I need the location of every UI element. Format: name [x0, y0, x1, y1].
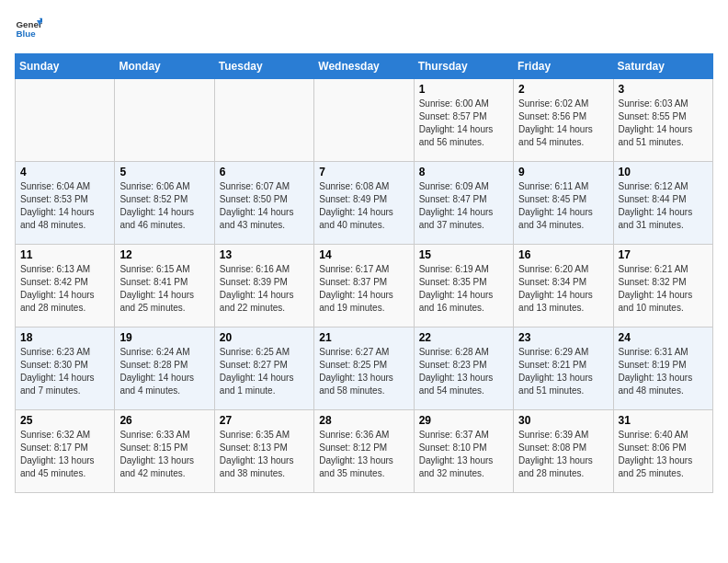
calendar-cell: 13Sunrise: 6:16 AM Sunset: 8:39 PM Dayli…: [214, 245, 313, 327]
day-number: 10: [619, 166, 708, 178]
day-info: Sunrise: 6:19 AM Sunset: 8:35 PM Dayligh…: [419, 263, 508, 315]
calendar-week-5: 25Sunrise: 6:32 AM Sunset: 8:17 PM Dayli…: [16, 410, 713, 493]
calendar-cell: 2Sunrise: 6:02 AM Sunset: 8:56 PM Daylig…: [514, 79, 613, 162]
calendar-cell: 19Sunrise: 6:24 AM Sunset: 8:28 PM Dayli…: [115, 327, 214, 410]
calendar-cell: 12Sunrise: 6:15 AM Sunset: 8:41 PM Dayli…: [115, 245, 214, 327]
day-info: Sunrise: 6:03 AM Sunset: 8:55 PM Dayligh…: [619, 98, 708, 149]
day-info: Sunrise: 6:04 AM Sunset: 8:53 PM Dayligh…: [20, 180, 109, 232]
day-number: 12: [119, 248, 209, 261]
logo-icon: General Blue: [15, 15, 42, 42]
day-info: Sunrise: 6:07 AM Sunset: 8:50 PM Dayligh…: [220, 180, 309, 232]
calendar-cell: 27Sunrise: 6:35 AM Sunset: 8:13 PM Dayli…: [214, 410, 313, 493]
day-info: Sunrise: 6:28 AM Sunset: 8:23 PM Dayligh…: [419, 346, 508, 397]
calendar-cell: 4Sunrise: 6:04 AM Sunset: 8:53 PM Daylig…: [16, 162, 115, 245]
calendar-cell: 9Sunrise: 6:11 AM Sunset: 8:45 PM Daylig…: [514, 162, 613, 245]
day-number: 1: [419, 83, 508, 96]
day-info: Sunrise: 6:37 AM Sunset: 8:10 PM Dayligh…: [419, 429, 508, 480]
day-number: 2: [518, 83, 608, 96]
calendar-week-3: 11Sunrise: 6:13 AM Sunset: 8:42 PM Dayli…: [16, 245, 713, 327]
calendar-cell: 28Sunrise: 6:36 AM Sunset: 8:12 PM Dayli…: [314, 410, 414, 493]
day-number: 24: [619, 331, 708, 344]
day-info: Sunrise: 6:15 AM Sunset: 8:41 PM Dayligh…: [119, 263, 209, 315]
day-number: 16: [518, 248, 608, 261]
calendar-week-1: 1Sunrise: 6:00 AM Sunset: 8:57 PM Daylig…: [16, 79, 713, 162]
day-header-wednesday: Wednesday: [314, 54, 414, 79]
day-number: 27: [220, 414, 309, 427]
calendar-cell: 30Sunrise: 6:39 AM Sunset: 8:08 PM Dayli…: [514, 410, 613, 493]
day-info: Sunrise: 6:17 AM Sunset: 8:37 PM Dayligh…: [319, 263, 408, 315]
calendar-cell: 10Sunrise: 6:12 AM Sunset: 8:44 PM Dayli…: [613, 162, 712, 245]
day-number: 26: [119, 414, 209, 427]
day-info: Sunrise: 6:36 AM Sunset: 8:12 PM Dayligh…: [319, 429, 408, 480]
day-number: 19: [119, 331, 209, 344]
day-number: 28: [319, 414, 408, 427]
day-info: Sunrise: 6:23 AM Sunset: 8:30 PM Dayligh…: [20, 346, 109, 397]
day-number: 15: [419, 248, 508, 261]
calendar-cell: [16, 79, 115, 162]
day-number: 30: [518, 414, 608, 427]
day-header-monday: Monday: [115, 54, 214, 79]
day-number: 23: [518, 331, 608, 344]
logo: General Blue: [15, 15, 42, 42]
calendar-cell: 26Sunrise: 6:33 AM Sunset: 8:15 PM Dayli…: [115, 410, 214, 493]
day-info: Sunrise: 6:00 AM Sunset: 8:57 PM Dayligh…: [419, 98, 508, 149]
calendar-cell: 18Sunrise: 6:23 AM Sunset: 8:30 PM Dayli…: [16, 327, 115, 410]
day-number: 17: [619, 248, 708, 261]
days-header-row: SundayMondayTuesdayWednesdayThursdayFrid…: [16, 54, 713, 79]
calendar-cell: [214, 79, 313, 162]
day-number: 9: [518, 166, 608, 178]
calendar-table: SundayMondayTuesdayWednesdayThursdayFrid…: [15, 53, 713, 493]
calendar-cell: 25Sunrise: 6:32 AM Sunset: 8:17 PM Dayli…: [16, 410, 115, 493]
calendar-cell: 3Sunrise: 6:03 AM Sunset: 8:55 PM Daylig…: [613, 79, 712, 162]
day-info: Sunrise: 6:06 AM Sunset: 8:52 PM Dayligh…: [119, 180, 209, 232]
day-info: Sunrise: 6:20 AM Sunset: 8:34 PM Dayligh…: [518, 263, 608, 315]
day-number: 6: [220, 166, 309, 178]
day-number: 11: [20, 248, 109, 261]
calendar-week-2: 4Sunrise: 6:04 AM Sunset: 8:53 PM Daylig…: [16, 162, 713, 245]
day-info: Sunrise: 6:33 AM Sunset: 8:15 PM Dayligh…: [119, 429, 209, 480]
day-header-sunday: Sunday: [16, 54, 115, 79]
day-info: Sunrise: 6:35 AM Sunset: 8:13 PM Dayligh…: [220, 429, 309, 480]
calendar-cell: 11Sunrise: 6:13 AM Sunset: 8:42 PM Dayli…: [16, 245, 115, 327]
day-info: Sunrise: 6:12 AM Sunset: 8:44 PM Dayligh…: [619, 180, 708, 232]
day-number: 3: [619, 83, 708, 96]
day-number: 14: [319, 248, 408, 261]
day-info: Sunrise: 6:16 AM Sunset: 8:39 PM Dayligh…: [220, 263, 309, 315]
day-number: 21: [319, 331, 408, 344]
day-number: 8: [419, 166, 508, 178]
day-number: 5: [119, 166, 209, 178]
calendar-cell: 31Sunrise: 6:40 AM Sunset: 8:06 PM Dayli…: [613, 410, 712, 493]
calendar-cell: 29Sunrise: 6:37 AM Sunset: 8:10 PM Dayli…: [414, 410, 513, 493]
calendar-cell: 22Sunrise: 6:28 AM Sunset: 8:23 PM Dayli…: [414, 327, 513, 410]
calendar-cell: 16Sunrise: 6:20 AM Sunset: 8:34 PM Dayli…: [514, 245, 613, 327]
day-info: Sunrise: 6:39 AM Sunset: 8:08 PM Dayligh…: [518, 429, 608, 480]
calendar-header: SundayMondayTuesdayWednesdayThursdayFrid…: [16, 54, 713, 79]
day-header-thursday: Thursday: [414, 54, 513, 79]
day-info: Sunrise: 6:09 AM Sunset: 8:47 PM Dayligh…: [419, 180, 508, 232]
day-number: 25: [20, 414, 109, 427]
day-header-tuesday: Tuesday: [214, 54, 313, 79]
calendar-cell: 21Sunrise: 6:27 AM Sunset: 8:25 PM Dayli…: [314, 327, 414, 410]
day-header-friday: Friday: [514, 54, 613, 79]
calendar-cell: 1Sunrise: 6:00 AM Sunset: 8:57 PM Daylig…: [414, 79, 513, 162]
day-info: Sunrise: 6:21 AM Sunset: 8:32 PM Dayligh…: [619, 263, 708, 315]
calendar-week-4: 18Sunrise: 6:23 AM Sunset: 8:30 PM Dayli…: [16, 327, 713, 410]
day-info: Sunrise: 6:13 AM Sunset: 8:42 PM Dayligh…: [20, 263, 109, 315]
calendar-cell: [115, 79, 214, 162]
day-number: 13: [220, 248, 309, 261]
calendar-cell: 24Sunrise: 6:31 AM Sunset: 8:19 PM Dayli…: [613, 327, 712, 410]
calendar-cell: 20Sunrise: 6:25 AM Sunset: 8:27 PM Dayli…: [214, 327, 313, 410]
day-number: 18: [20, 331, 109, 344]
calendar-cell: 6Sunrise: 6:07 AM Sunset: 8:50 PM Daylig…: [214, 162, 313, 245]
calendar-cell: 23Sunrise: 6:29 AM Sunset: 8:21 PM Dayli…: [514, 327, 613, 410]
day-info: Sunrise: 6:25 AM Sunset: 8:27 PM Dayligh…: [220, 346, 309, 397]
day-number: 4: [20, 166, 109, 178]
calendar-cell: 17Sunrise: 6:21 AM Sunset: 8:32 PM Dayli…: [613, 245, 712, 327]
day-info: Sunrise: 6:29 AM Sunset: 8:21 PM Dayligh…: [518, 346, 608, 397]
day-number: 20: [220, 331, 309, 344]
svg-text:Blue: Blue: [17, 29, 37, 39]
day-number: 31: [619, 414, 708, 427]
calendar-cell: 7Sunrise: 6:08 AM Sunset: 8:49 PM Daylig…: [314, 162, 414, 245]
calendar-cell: 8Sunrise: 6:09 AM Sunset: 8:47 PM Daylig…: [414, 162, 513, 245]
calendar-cell: 5Sunrise: 6:06 AM Sunset: 8:52 PM Daylig…: [115, 162, 214, 245]
